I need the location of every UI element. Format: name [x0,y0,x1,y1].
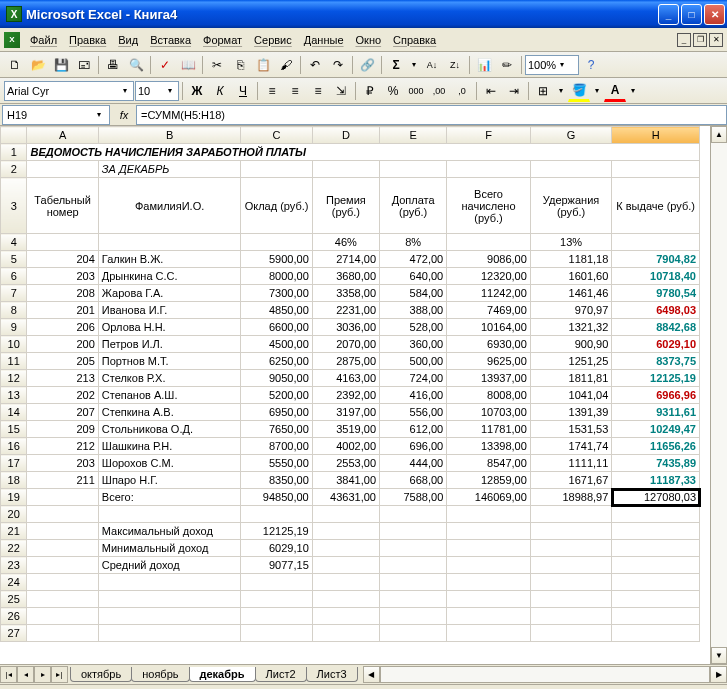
cell[interactable]: 200 [27,336,98,353]
tab-first-icon[interactable]: |◂ [0,666,17,683]
name-box[interactable]: H19▾ [2,105,110,125]
row-hdr[interactable]: 14 [1,404,27,421]
cell[interactable]: 4163,00 [312,370,379,387]
row-hdr[interactable]: 15 [1,421,27,438]
cell[interactable]: 4500,00 [241,336,312,353]
cell[interactable]: Жарова Г.А. [98,285,241,302]
cell[interactable]: 8547,00 [447,455,531,472]
cell[interactable]: 11187,33 [612,472,700,489]
align-left-icon[interactable]: ≡ [261,80,283,102]
align-center-icon[interactable]: ≡ [284,80,306,102]
cell[interactable]: 970,97 [530,302,612,319]
row-hdr[interactable]: 19 [1,489,27,506]
cell[interactable]: 2231,00 [312,302,379,319]
scroll-up-icon[interactable]: ▲ [711,126,727,143]
row-hdr[interactable]: 26 [1,608,27,625]
autosum-dropdown[interactable]: ▾ [408,60,420,69]
col-hdr-G[interactable]: G [530,127,612,144]
cell[interactable]: 472,00 [380,251,447,268]
cell[interactable]: 1531,53 [530,421,612,438]
cell[interactable]: 12125,19 [612,370,700,387]
cell[interactable]: 444,00 [380,455,447,472]
col-hdr-A[interactable]: A [27,127,98,144]
hdr-b[interactable]: ФамилияИ.О. [98,178,241,234]
cell[interactable]: 8000,00 [241,268,312,285]
fill-color-icon[interactable]: 🪣 [568,80,590,102]
cell[interactable]: 1181,18 [530,251,612,268]
row-hdr[interactable]: 13 [1,387,27,404]
cell[interactable]: 584,00 [380,285,447,302]
cell[interactable]: 640,00 [380,268,447,285]
borders-icon[interactable]: ⊞ [532,80,554,102]
cell[interactable]: 9050,00 [241,370,312,387]
row-hdr[interactable]: 4 [1,234,27,251]
menu-tools[interactable]: Сервис [248,32,298,48]
cell[interactable]: 7435,89 [612,455,700,472]
cell[interactable]: Шашкина Р.Н. [98,438,241,455]
col-hdr-F[interactable]: F [447,127,531,144]
scroll-down-icon[interactable]: ▼ [711,647,727,664]
cell[interactable]: 6966,96 [612,387,700,404]
hdr-h[interactable]: К выдаче (руб.) [612,178,700,234]
row-hdr[interactable]: 27 [1,625,27,642]
cell[interactable]: 13937,00 [447,370,531,387]
cell[interactable]: 360,00 [380,336,447,353]
cell[interactable]: 205 [27,353,98,370]
sort-desc-icon[interactable]: Z↓ [444,54,466,76]
bold-icon[interactable]: Ж [186,80,208,102]
row-hdr[interactable]: 6 [1,268,27,285]
cell[interactable]: 202 [27,387,98,404]
selected-cell[interactable]: 127080,03 [612,489,700,506]
redo-icon[interactable]: ↷ [327,54,349,76]
sheet-tab[interactable]: ноябрь [131,667,189,682]
menu-insert[interactable]: Вставка [144,32,197,48]
cell[interactable]: 3519,00 [312,421,379,438]
col-hdr-H[interactable]: H [612,127,700,144]
col-hdr-C[interactable]: C [241,127,312,144]
row-hdr[interactable]: 21 [1,523,27,540]
help-icon[interactable]: ? [580,54,602,76]
cell[interactable]: Степанов А.Ш. [98,387,241,404]
minimize-button[interactable]: _ [658,4,679,25]
chart-icon[interactable]: 📊 [473,54,495,76]
menu-view[interactable]: Вид [112,32,144,48]
tab-prev-icon[interactable]: ◂ [17,666,34,683]
doc-close-button[interactable]: ✕ [709,33,723,47]
hdr-f[interactable]: Всего начислено (руб.) [447,178,531,234]
cell[interactable]: 1671,67 [530,472,612,489]
fx-button[interactable]: fx [112,105,136,125]
select-all-corner[interactable] [1,127,27,144]
inc-decimal-icon[interactable]: ,00 [428,80,450,102]
cell[interactable]: 12320,00 [447,268,531,285]
cell[interactable]: Портнов М.Т. [98,353,241,370]
cell[interactable]: 8700,00 [241,438,312,455]
cell[interactable]: 5550,00 [241,455,312,472]
cell[interactable]: 3841,00 [312,472,379,489]
cell[interactable]: 13398,00 [447,438,531,455]
hdr-e[interactable]: Доплата (руб.) [380,178,447,234]
cell[interactable]: 6950,00 [241,404,312,421]
row-hdr[interactable]: 25 [1,591,27,608]
copy-icon[interactable]: ⎘ [229,54,251,76]
cell[interactable]: 8008,00 [447,387,531,404]
cell[interactable]: 6930,00 [447,336,531,353]
cell[interactable]: 8373,75 [612,353,700,370]
row-hdr[interactable]: 16 [1,438,27,455]
currency-icon[interactable]: ₽ [359,80,381,102]
paste-icon[interactable]: 📋 [252,54,274,76]
cell[interactable]: 528,00 [380,319,447,336]
row-hdr[interactable]: 8 [1,302,27,319]
sort-asc-icon[interactable]: A↓ [421,54,443,76]
font-color-icon[interactable]: A [604,80,626,102]
cell[interactable]: 1391,39 [530,404,612,421]
hdr-g[interactable]: Удержания (руб.) [530,178,612,234]
cell[interactable]: 3358,00 [312,285,379,302]
cell[interactable]: 4002,00 [312,438,379,455]
print-icon[interactable]: 🖶 [102,54,124,76]
cell[interactable]: 8350,00 [241,472,312,489]
col-hdr-E[interactable]: E [380,127,447,144]
cell[interactable]: 204 [27,251,98,268]
menu-format[interactable]: Формат [197,32,248,48]
hdr-d[interactable]: Премия (руб.) [312,178,379,234]
cell[interactable]: 3036,00 [312,319,379,336]
